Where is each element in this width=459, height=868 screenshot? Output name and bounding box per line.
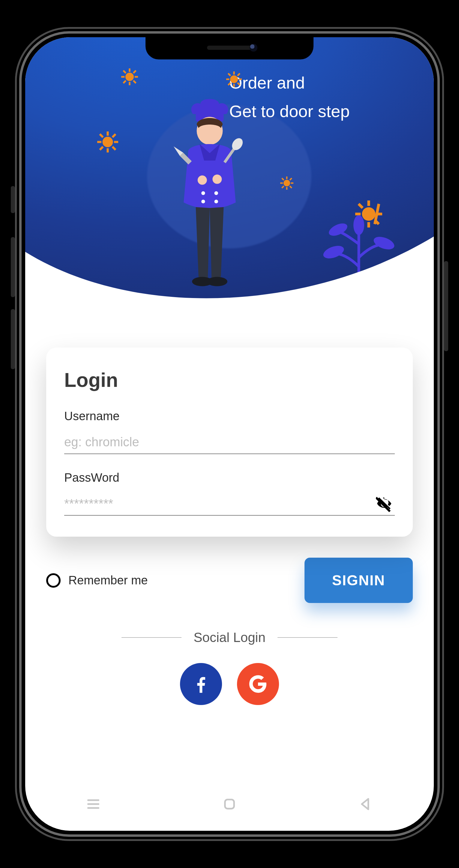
svg-line-20: [112, 134, 116, 137]
burst-icon: [226, 71, 242, 87]
svg-line-39: [282, 186, 284, 188]
svg-point-31: [284, 180, 290, 186]
username-input[interactable]: [64, 435, 395, 449]
social-divider-label: Social Login: [194, 630, 265, 645]
volume-down-button: [11, 309, 15, 369]
remember-me-label: Remember me: [68, 574, 148, 587]
facebook-icon: [191, 674, 211, 694]
system-nav-bar: [25, 787, 434, 820]
svg-point-54: [201, 199, 205, 203]
burst-icon: [97, 131, 118, 152]
svg-line-19: [112, 147, 116, 150]
hero-banner: 12:13 | 52%: [25, 37, 434, 323]
svg-point-51: [198, 176, 207, 185]
google-icon: [248, 674, 268, 694]
screen: 12:13 | 52%: [25, 37, 434, 831]
svg-rect-73: [225, 800, 234, 809]
phone-frame: 12:13 | 52%: [15, 27, 444, 841]
username-label: Username: [64, 409, 395, 423]
burst-icon: [280, 177, 293, 190]
plant-illustration: [323, 213, 395, 312]
svg-line-11: [133, 70, 136, 73]
home-button[interactable]: [219, 794, 240, 814]
chef-illustration: [163, 95, 256, 300]
svg-point-63: [372, 235, 395, 252]
svg-line-36: [282, 178, 284, 180]
svg-point-61: [207, 277, 227, 286]
volume-up-button: [11, 237, 15, 297]
svg-line-29: [238, 73, 240, 76]
svg-point-13: [103, 137, 113, 147]
social-divider: Social Login: [25, 630, 434, 645]
svg-point-65: [353, 215, 364, 235]
recent-apps-button[interactable]: [83, 794, 104, 814]
actions-row: Remember me SIGNIN: [46, 558, 413, 603]
social-buttons: [25, 663, 434, 705]
svg-point-62: [323, 243, 346, 261]
hero-title-line1: Order and: [229, 68, 350, 97]
svg-line-30: [228, 83, 231, 85]
side-button: [11, 186, 15, 213]
login-heading: Login: [64, 369, 395, 392]
svg-marker-57: [172, 145, 183, 156]
svg-rect-68: [347, 302, 370, 304]
svg-line-21: [100, 147, 103, 150]
remember-me-toggle[interactable]: Remember me: [46, 573, 148, 588]
svg-line-18: [100, 134, 103, 137]
svg-line-27: [228, 73, 231, 76]
svg-line-38: [290, 178, 292, 180]
svg-rect-66: [345, 292, 372, 294]
svg-line-10: [133, 81, 136, 83]
password-label: PassWord: [64, 471, 395, 485]
back-button[interactable]: [355, 794, 376, 814]
svg-line-45: [359, 204, 363, 208]
radio-unchecked-icon: [46, 573, 61, 588]
svg-point-4: [125, 73, 134, 81]
svg-rect-67: [346, 297, 371, 299]
facebook-login-button[interactable]: [180, 663, 222, 705]
divider-line: [277, 637, 337, 638]
login-card: Login Username PassWord: [46, 347, 413, 537]
signin-button[interactable]: SIGNIN: [304, 558, 413, 603]
svg-line-12: [123, 81, 126, 83]
password-input[interactable]: [64, 496, 374, 511]
svg-line-9: [123, 70, 126, 73]
power-button: [444, 261, 448, 351]
google-login-button[interactable]: [237, 663, 279, 705]
divider-line: [122, 637, 182, 638]
svg-point-55: [215, 199, 218, 203]
visibility-off-icon[interactable]: [374, 496, 395, 511]
svg-point-52: [201, 191, 205, 195]
svg-line-37: [290, 186, 292, 188]
burst-icon: [121, 68, 138, 85]
svg-point-53: [215, 191, 218, 195]
notch: [145, 37, 314, 59]
svg-marker-74: [362, 799, 368, 809]
svg-point-22: [230, 75, 238, 83]
svg-point-50: [212, 175, 222, 184]
svg-line-28: [238, 83, 240, 85]
